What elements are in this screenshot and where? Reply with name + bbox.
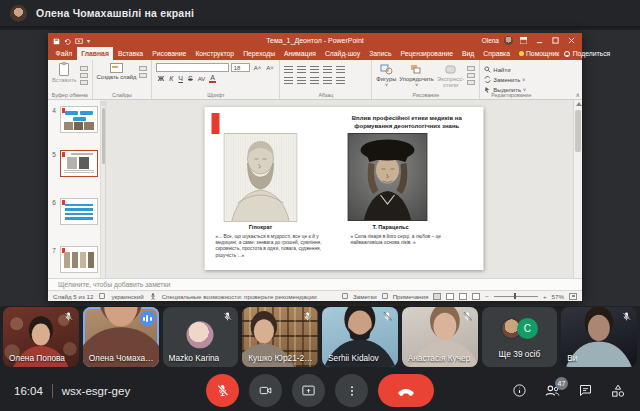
align-right-icon[interactable]	[310, 77, 319, 84]
participant-tile-8[interactable]: Ви	[561, 307, 637, 367]
info-button[interactable]	[512, 383, 527, 398]
text-direction-icon[interactable]	[336, 77, 345, 84]
comments-toggle[interactable]: Примечания	[393, 293, 429, 300]
align-center-icon[interactable]	[297, 77, 306, 84]
ribbon-tab-Рецензирование[interactable]: Рецензирование	[396, 47, 457, 60]
find-button[interactable]: Найти	[484, 65, 526, 74]
participant-tile-4[interactable]: Кушко Юр21-2…	[242, 307, 318, 367]
maximize-icon[interactable]	[550, 35, 561, 46]
comments-toggle-icon[interactable]	[382, 293, 388, 299]
character-spacing-button[interactable]: AV	[196, 76, 207, 82]
notes-toggle[interactable]: Заметки	[353, 293, 377, 300]
language-indicator[interactable]: украинский	[111, 293, 143, 300]
end-call-button[interactable]	[378, 374, 434, 407]
mic-button[interactable]	[206, 374, 239, 407]
slide-thumbnail-6[interactable]	[60, 198, 98, 225]
bullets-icon[interactable]	[284, 66, 293, 73]
ribbon-tab-Запись[interactable]: Запись	[365, 47, 396, 60]
slide-title[interactable]: Вплив професійної етики медиків на форму…	[344, 115, 470, 131]
slide-thumbnail-7[interactable]	[60, 246, 98, 273]
zoom-in-button[interactable]: +	[543, 293, 547, 300]
ribbon-tab-Переходы[interactable]: Переходы	[239, 47, 280, 60]
participant-tile-6[interactable]: Анастасія Кучер	[402, 307, 478, 367]
fit-slide-button[interactable]	[569, 293, 577, 300]
chat-button[interactable]	[578, 383, 593, 398]
zoom-slider[interactable]	[494, 296, 538, 297]
copy-icon[interactable]	[80, 73, 88, 78]
close-icon[interactable]	[566, 35, 577, 46]
paracelsus-portrait[interactable]	[348, 133, 428, 221]
shape-fill-icon[interactable]	[467, 66, 475, 71]
accessibility-status[interactable]: Специальные возможности: проверьте реком…	[162, 293, 317, 300]
ribbon-tab-Вставка[interactable]: Вставка	[113, 47, 147, 60]
people-button[interactable]: 47	[544, 383, 561, 398]
notes-pane[interactable]: Щелкните, чтобы добавить заметки	[48, 278, 582, 290]
underline-button[interactable]: Ч	[177, 75, 185, 82]
reset-icon[interactable]	[139, 73, 147, 78]
participant-tile-1[interactable]: Олена Попова	[3, 307, 79, 367]
more-options-button[interactable]	[335, 374, 368, 407]
line-spacing-icon[interactable]	[336, 66, 345, 73]
present-button[interactable]	[292, 374, 325, 407]
bold-button[interactable]: Ж	[156, 75, 165, 82]
indent-increase-icon[interactable]	[323, 66, 332, 73]
font-name-select[interactable]	[156, 63, 228, 72]
slideshow-button[interactable]	[472, 293, 480, 300]
numbering-icon[interactable]	[297, 66, 306, 73]
ribbon-tab-Вид[interactable]: Вид	[458, 47, 479, 60]
participant-tile-5[interactable]: Serhii Kidalov	[322, 307, 398, 367]
paste-button[interactable]: Вставить	[52, 63, 77, 83]
ribbon-tab-Конструктор[interactable]: Конструктор	[191, 47, 239, 60]
layout-icon[interactable]	[139, 66, 147, 71]
notes-toggle-icon[interactable]	[342, 293, 348, 299]
ribbon-tab-Помощник[interactable]: Помощник	[514, 47, 563, 60]
slide-sorter-button[interactable]	[446, 293, 454, 300]
cut-icon[interactable]	[80, 66, 88, 71]
canvas-scrollbar[interactable]	[573, 100, 582, 278]
participant-tile-2[interactable]: Олена Чомаха…	[83, 307, 159, 367]
new-slide-button[interactable]: Создать слайд	[97, 63, 137, 80]
slide-editor[interactable]: Вплив професійної етики медиків на форму…	[205, 107, 484, 270]
italic-button[interactable]: К	[168, 75, 175, 82]
ribbon-options-icon[interactable]	[518, 35, 529, 46]
zoom-out-button[interactable]: −	[485, 293, 489, 300]
ribbon-tab-Слайд-шоу[interactable]: Слайд-шоу	[320, 47, 364, 60]
shape-outline-icon[interactable]	[467, 73, 475, 78]
activities-button[interactable]	[610, 383, 626, 398]
font-size-select[interactable]: 18	[231, 63, 251, 72]
zoom-level[interactable]: 57%	[552, 293, 564, 300]
strikethrough-button[interactable]: S	[187, 75, 195, 82]
hippocrates-portrait[interactable]	[224, 133, 298, 222]
start-slideshow-icon[interactable]	[75, 31, 83, 49]
undo-icon[interactable]	[64, 31, 71, 49]
indent-decrease-icon[interactable]	[310, 66, 319, 73]
account-avatar[interactable]	[504, 36, 513, 45]
ribbon-tab-Рисование[interactable]: Рисование	[148, 47, 191, 60]
slide-thumbnail-5[interactable]	[60, 150, 98, 177]
display-settings-icon[interactable]	[99, 293, 105, 299]
participant-tile-7[interactable]: CЩе 39 осіб	[482, 307, 558, 367]
share-button[interactable]: Поделиться	[564, 47, 617, 60]
format-painter-icon[interactable]	[80, 80, 88, 85]
replace-button[interactable]: Заменить˅	[484, 75, 526, 84]
slide-thumbnail-4[interactable]	[60, 106, 98, 133]
ribbon-tab-Справка[interactable]: Справка	[479, 47, 515, 60]
ribbon-tab-Анимация[interactable]: Анимация	[280, 47, 321, 60]
font-color-button[interactable]: А	[209, 74, 217, 83]
collapse-ribbon-icon[interactable]: ∧	[576, 91, 580, 98]
columns-icon[interactable]	[323, 77, 332, 84]
shape-effects-icon[interactable]	[467, 80, 475, 85]
grow-font-button[interactable]: A˄	[252, 65, 263, 71]
qa-customize-icon[interactable]: ▾	[87, 37, 90, 44]
save-icon[interactable]	[53, 31, 60, 49]
shrink-font-button[interactable]: A˅	[265, 65, 276, 71]
align-left-icon[interactable]	[284, 77, 293, 84]
participant-tile-3[interactable]: Mazko Karina	[163, 307, 239, 367]
arrange-button[interactable]: Упорядочить˅	[399, 63, 434, 88]
shapes-button[interactable]: Фигуры˅	[376, 63, 396, 88]
minimize-icon[interactable]	[534, 35, 545, 46]
normal-view-button[interactable]	[433, 293, 441, 300]
reading-view-button[interactable]	[459, 293, 467, 300]
camera-button[interactable]	[249, 374, 282, 407]
quick-styles-button[interactable]: Экспресс-стили	[437, 63, 465, 88]
